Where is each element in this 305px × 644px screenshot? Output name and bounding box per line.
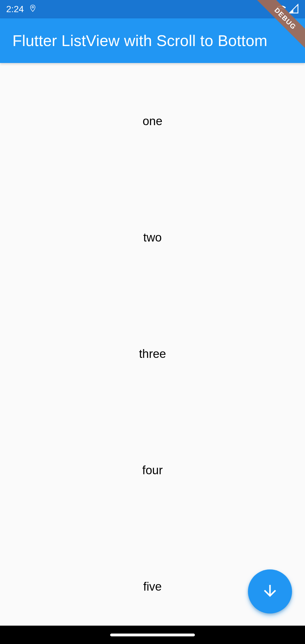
wifi-icon (276, 4, 286, 15)
status-time: 2:24 (6, 4, 24, 14)
app-bar: Flutter ListView with Scroll to Bottom (0, 18, 305, 63)
page-title: Flutter ListView with Scroll to Bottom (12, 32, 267, 50)
list-item: four (0, 412, 305, 528)
list-item-label: three (139, 347, 166, 361)
arrow-down-icon (261, 582, 279, 601)
list-item: three (0, 296, 305, 412)
signal-icon (289, 4, 299, 15)
status-bar: 2:24 (0, 0, 305, 18)
list-item: one (0, 63, 305, 179)
list-item-label: five (143, 580, 162, 593)
status-bar-right (276, 4, 299, 15)
list-view[interactable]: one two three four five (0, 63, 305, 626)
device-frame: DEBUG 2:24 Flutter ListView with Scroll … (0, 0, 305, 644)
list-item-label: two (143, 231, 162, 244)
list-item-label: four (142, 464, 163, 477)
list-item: two (0, 179, 305, 296)
nav-handle[interactable] (110, 634, 195, 636)
list-item-label: one (143, 114, 162, 128)
scroll-to-bottom-button[interactable] (248, 569, 292, 613)
nav-bar (0, 626, 305, 644)
status-bar-left: 2:24 (6, 4, 37, 14)
location-icon (29, 4, 37, 14)
